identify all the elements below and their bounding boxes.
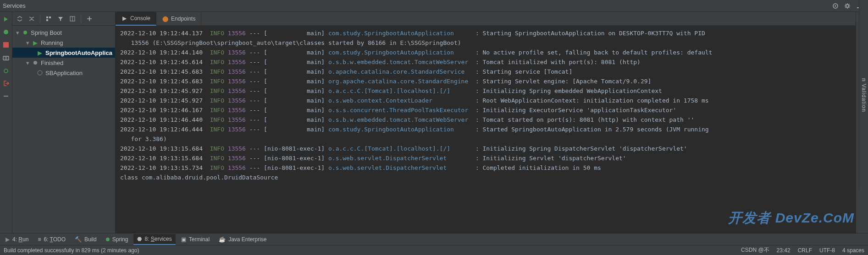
gear-icon[interactable] <box>841 0 853 12</box>
java-icon: ☕ <box>219 236 226 243</box>
play-icon: ▶ <box>36 49 44 56</box>
services-tree: ▾Spring Boot ▾▶Running ▶SpringbootAutoAp… <box>12 26 115 233</box>
btab-run[interactable]: ▶4: Run <box>2 234 32 245</box>
status-message: Build completed successfully in 829 ms (… <box>4 247 139 254</box>
svg-rect-10 <box>46 16 48 18</box>
tree-running[interactable]: ▾▶Running <box>12 38 115 48</box>
tree-label: SpringbootAutoApplica <box>45 49 112 56</box>
services-header: Services <box>0 0 868 12</box>
status-encoding[interactable]: UTF-8 <box>819 247 835 254</box>
tree-label: Spring Boot <box>31 29 62 36</box>
console-output[interactable]: 2022-12-10 19:12:44.137 INFO 13556 --- [… <box>116 26 856 233</box>
content-area: ▶Console ⬤Endpoints 2022-12-10 19:12:44.… <box>116 12 856 233</box>
spring-icon <box>106 236 110 243</box>
spring-leaf-icon <box>36 69 44 76</box>
tree-app-finished[interactable]: SBApplication <box>12 68 115 78</box>
spring-icon <box>22 29 29 36</box>
btab-todo[interactable]: ≡6: TODO <box>34 234 69 245</box>
terminal-icon: ▣ <box>181 236 186 243</box>
bottom-tool-tabs: ▶4: Run ≡6: TODO 🔨Build Spring ⬣8: Servi… <box>0 233 868 245</box>
bug-attach-icon[interactable] <box>1 66 11 75</box>
gray-dot-icon <box>32 59 39 66</box>
tab-console[interactable]: ▶Console <box>116 12 156 26</box>
add-icon[interactable] <box>85 14 94 23</box>
status-indent[interactable]: 4 spaces <box>842 247 864 254</box>
tree-toolbar <box>12 12 115 26</box>
panel-title: Services <box>3 2 26 9</box>
tab-label: Console <box>130 15 150 22</box>
status-csdn: CSDN @不 <box>741 246 769 254</box>
svg-point-2 <box>846 5 849 7</box>
target-icon[interactable] <box>829 0 841 12</box>
tab-endpoints[interactable]: ⬤Endpoints <box>156 12 201 26</box>
debug-icon[interactable] <box>1 27 11 37</box>
collapse-all-icon[interactable] <box>27 14 36 23</box>
tree-label: Running <box>41 39 63 46</box>
tree-spring-boot[interactable]: ▾Spring Boot <box>12 27 115 38</box>
expand-all-icon[interactable] <box>15 14 24 23</box>
left-toolbar <box>0 12 12 233</box>
content-tabs: ▶Console ⬤Endpoints <box>116 12 856 26</box>
stop-icon[interactable] <box>1 40 11 49</box>
services-tree-panel: ▾Spring Boot ▾▶Running ▶SpringbootAutoAp… <box>12 12 116 233</box>
camera-icon[interactable] <box>1 53 11 62</box>
svg-point-8 <box>4 69 8 73</box>
list-icon: ≡ <box>38 236 41 243</box>
play-icon: ▶ <box>6 236 10 243</box>
svg-rect-11 <box>49 16 51 18</box>
status-position[interactable]: 23:42 <box>777 247 791 254</box>
group-icon[interactable] <box>44 14 53 23</box>
services-icon: ⬣ <box>137 236 142 242</box>
svg-point-1 <box>835 5 836 6</box>
btab-java-ee[interactable]: ☕Java Enterprise <box>215 234 270 245</box>
svg-point-4 <box>4 30 8 34</box>
tree-label: SBApplication <box>45 70 83 76</box>
btab-terminal[interactable]: ▣Terminal <box>177 234 213 245</box>
console-icon: ▶ <box>121 15 127 22</box>
tree-app-running[interactable]: ▶SpringbootAutoApplica <box>12 48 115 58</box>
status-bar: Build completed successfully in 829 ms (… <box>0 245 868 255</box>
svg-rect-12 <box>46 19 48 21</box>
hammer-icon: 🔨 <box>75 236 82 243</box>
filter-icon[interactable] <box>56 14 65 23</box>
minus-icon[interactable] <box>1 92 11 101</box>
play-icon: ▶ <box>32 39 39 46</box>
svg-point-15 <box>38 71 42 75</box>
right-edge-tab[interactable]: n Validation <box>859 0 868 190</box>
tab-label: Endpoints <box>171 16 195 22</box>
btab-build[interactable]: 🔨Build <box>71 234 100 245</box>
btab-spring[interactable]: Spring <box>102 234 132 245</box>
svg-rect-6 <box>3 56 9 60</box>
status-line-sep[interactable]: CRLF <box>798 247 812 254</box>
rerun-icon[interactable] <box>1 15 11 24</box>
tree-finished[interactable]: ▾Finished <box>12 58 115 68</box>
svg-rect-9 <box>4 96 8 97</box>
svg-rect-5 <box>3 42 9 48</box>
layout-icon[interactable] <box>68 14 77 23</box>
svg-point-7 <box>5 57 7 59</box>
btab-services[interactable]: ⬣8: Services <box>133 234 175 245</box>
exit-icon[interactable] <box>1 79 11 88</box>
endpoints-icon: ⬤ <box>162 16 168 22</box>
tree-label: Finished <box>41 60 63 66</box>
